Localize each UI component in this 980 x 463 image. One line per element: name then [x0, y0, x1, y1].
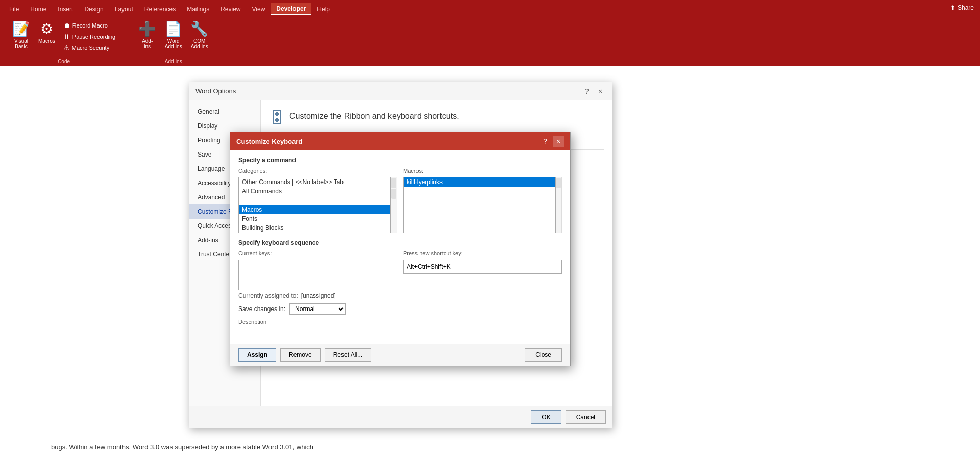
tab-home[interactable]: Home	[25, 4, 52, 15]
macro-security-icon: ⚠	[63, 44, 70, 52]
word-add-ins-icon: 📄	[164, 20, 182, 37]
com-add-ins-icon: 🔧	[190, 20, 208, 37]
category-item-fonts[interactable]: Fonts	[239, 214, 390, 223]
ck-titlebar-controls: ? ×	[540, 136, 564, 147]
remove-button[interactable]: Remove	[280, 348, 321, 362]
code-group-label: Code	[58, 57, 70, 64]
tab-mailings[interactable]: Mailings	[182, 4, 214, 15]
categories-label: Categories:	[238, 168, 397, 174]
document-body-text: bugs. Within a few months, Word 3.0 was …	[51, 442, 929, 453]
ck-help-button[interactable]: ?	[540, 136, 551, 147]
macro-security-button[interactable]: ⚠ Macro Security	[61, 43, 117, 53]
ribbon: File Home Insert Design Layout Reference…	[0, 0, 980, 66]
tab-file[interactable]: File	[4, 4, 24, 15]
tab-help[interactable]: Help	[312, 4, 335, 15]
description-label: Description	[238, 319, 562, 325]
word-options-ok-button[interactable]: OK	[531, 410, 561, 424]
save-changes-label: Save changes in:	[238, 305, 285, 313]
pause-recording-icon: ⏸	[63, 33, 70, 41]
add-ins-group-label: Add-ins	[165, 57, 182, 64]
save-changes-select[interactable]: Normal	[289, 303, 346, 315]
share-button[interactable]: ⬆ Share	[950, 4, 974, 11]
ck-body: Specify a command Categories: Other Comm…	[230, 150, 570, 344]
macros-button[interactable]: ⚙ Macros	[36, 18, 57, 46]
customize-keyboard-titlebar: Customize Keyboard ? ×	[230, 132, 570, 150]
ribbon-tabs: File Home Insert Design Layout Reference…	[0, 0, 980, 16]
specify-command-label: Specify a command	[238, 157, 562, 164]
category-item-macros[interactable]: Macros	[239, 205, 390, 214]
sidebar-item-display[interactable]: Display	[189, 119, 260, 133]
category-item-styles[interactable]: Styles	[239, 233, 390, 233]
tab-insert[interactable]: Insert	[53, 4, 78, 15]
word-options-close-button[interactable]: ×	[595, 86, 606, 97]
ck-close-footer-button[interactable]: Close	[525, 348, 562, 362]
category-item-other[interactable]: Other Commands | <<No label>> Tab	[239, 177, 390, 187]
ribbon-content: 📝 VisualBasic ⚙ Macros ⏺ Record Macro ⏸ …	[0, 16, 980, 66]
com-add-ins-button[interactable]: 🔧 COMAdd-ins	[188, 18, 210, 52]
customize-ribbon-title: Customize the Ribbon and keyboard shortc…	[289, 112, 459, 125]
tab-design[interactable]: Design	[79, 4, 108, 15]
currently-assigned-label: Currently assigned to:	[238, 292, 298, 299]
ck-shortcut-col: Press new shortcut key:	[403, 250, 562, 290]
record-macro-icon: ⏺	[63, 21, 70, 30]
categories-listbox-wrapper: Other Commands | <<No label>> Tab All Co…	[238, 177, 397, 233]
currently-assigned-row: Currently assigned to: [unassigned]	[238, 292, 562, 299]
sidebar-item-general[interactable]: General	[189, 105, 260, 119]
customize-ribbon-icon: 🎛	[269, 109, 285, 127]
word-add-ins-button[interactable]: 📄 WordAdd-ins	[162, 18, 184, 52]
macros-scrollbar[interactable]	[556, 177, 562, 233]
ck-macros-col: Macros: killHyerplinks	[403, 168, 562, 233]
currently-assigned-value: [unassigned]	[301, 292, 336, 299]
record-macro-button[interactable]: ⏺ Record Macro	[61, 20, 117, 31]
word-options-footer: OK Cancel	[189, 406, 612, 428]
ck-current-keys-col: Current keys:	[238, 250, 397, 290]
visual-basic-icon: 📝	[12, 20, 30, 37]
macros-listbox-wrapper: killHyerplinks	[403, 177, 562, 233]
ck-categories-col: Categories: Other Commands | <<No label>…	[238, 168, 397, 233]
word-options-controls: ? ×	[581, 86, 606, 97]
tab-references[interactable]: References	[139, 4, 181, 15]
visual-basic-button[interactable]: 📝 VisualBasic	[10, 18, 32, 52]
add-ins-icon: ➕	[138, 20, 156, 37]
press-shortcut-label: Press new shortcut key:	[403, 250, 562, 256]
customize-keyboard-dialog: Customize Keyboard ? × Specify a command…	[230, 132, 571, 366]
assign-button[interactable]: Assign	[238, 348, 276, 362]
word-options-titlebar: Word Options ? ×	[189, 82, 612, 100]
tab-review[interactable]: Review	[215, 4, 246, 15]
document-content: bugs. Within a few months, Word 3.0 was …	[0, 66, 980, 463]
pause-recording-button[interactable]: ⏸ Pause Recording	[61, 32, 117, 42]
save-changes-row: Save changes in: Normal	[238, 303, 562, 315]
ck-footer: Assign Remove Reset All... Close	[230, 344, 570, 366]
tab-developer[interactable]: Developer	[271, 3, 311, 15]
macros-icon: ⚙	[40, 20, 53, 37]
category-separator: - - - - - - - - - - - - - - - - - -	[239, 197, 390, 204]
customize-ribbon-header: 🎛 Customize the Ribbon and keyboard shor…	[269, 109, 604, 127]
reset-all-button[interactable]: Reset All...	[325, 348, 371, 362]
current-keys-input[interactable]	[238, 260, 397, 290]
customize-keyboard-title: Customize Keyboard	[236, 138, 302, 145]
description-section: Description	[238, 319, 562, 325]
ribbon-group-add-ins: ➕ Add-ins 📄 WordAdd-ins 🔧 COMAdd-ins Add…	[130, 18, 216, 64]
word-options-title: Word Options	[195, 87, 236, 95]
shortcut-input[interactable]	[403, 260, 562, 274]
word-options-cancel-button[interactable]: Cancel	[566, 410, 606, 424]
ck-close-button[interactable]: ×	[553, 136, 564, 147]
categories-listbox[interactable]: Other Commands | <<No label>> Tab All Co…	[238, 177, 391, 233]
ck-command-columns: Categories: Other Commands | <<No label>…	[238, 168, 562, 233]
category-item-all[interactable]: All Commands	[239, 187, 390, 196]
ck-footer-left: Assign Remove Reset All...	[238, 348, 371, 362]
current-keys-label: Current keys:	[238, 250, 397, 256]
category-item-building-blocks[interactable]: Building Blocks	[239, 223, 390, 233]
ck-keyboard-cols: Current keys: Press new shortcut key:	[238, 250, 562, 290]
specify-keyboard-label: Specify keyboard sequence	[238, 239, 562, 246]
add-ins-button[interactable]: ➕ Add-ins	[136, 18, 158, 52]
share-icon: ⬆	[950, 4, 955, 11]
ribbon-group-code: 📝 VisualBasic ⚙ Macros ⏺ Record Macro ⏸ …	[4, 18, 124, 64]
word-options-help-button[interactable]: ?	[581, 86, 593, 97]
categories-scrollbar[interactable]	[391, 177, 397, 233]
macros-listbox[interactable]: killHyerplinks	[403, 177, 556, 233]
macros-label: Macros:	[403, 168, 562, 174]
tab-layout[interactable]: Layout	[110, 4, 138, 15]
tab-view[interactable]: View	[247, 4, 271, 15]
macro-item-killhyerplinks[interactable]: killHyerplinks	[404, 177, 555, 187]
